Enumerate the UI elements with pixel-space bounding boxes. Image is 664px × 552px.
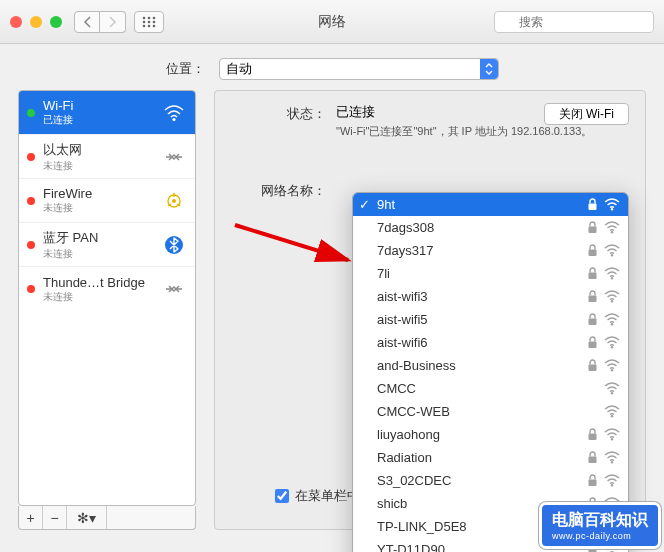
interface-list: Wi-Fi已连接以太网未连接FireWire未连接蓝牙 PAN未连接Thunde… <box>18 90 196 506</box>
network-option[interactable]: aist-wifi6 <box>353 331 628 354</box>
network-name: and-Business <box>377 358 456 373</box>
sidebar-item-firewire[interactable]: FireWire未连接 <box>19 179 195 223</box>
firewire-icon <box>161 191 187 211</box>
network-option[interactable]: ✓9ht <box>353 193 628 216</box>
svg-point-11 <box>172 117 175 120</box>
sidebar-item-title: 蓝牙 PAN <box>43 229 161 247</box>
svg-rect-27 <box>589 296 597 303</box>
svg-point-35 <box>611 392 613 394</box>
sidebar-item-ethernet[interactable]: 以太网未连接 <box>19 135 195 179</box>
network-dropdown[interactable]: ✓9ht7dags3087days3177liaist-wifi3aist-wi… <box>352 192 629 552</box>
wifi-signal-icon <box>604 474 620 487</box>
select-arrows-icon <box>480 59 498 79</box>
wifi-signal-icon <box>604 290 620 303</box>
svg-rect-33 <box>589 365 597 372</box>
network-name: YT-D11D90 <box>377 542 445 552</box>
network-option[interactable]: 7dags308 <box>353 216 628 239</box>
zoom-button[interactable] <box>50 16 62 28</box>
location-row: 位置： 自动 <box>0 44 664 90</box>
network-option[interactable]: CMCC-WEB <box>353 400 628 423</box>
menubar-checkbox[interactable] <box>275 489 289 503</box>
network-name: S3_02CDEC <box>377 473 451 488</box>
close-button[interactable] <box>10 16 22 28</box>
wifi-signal-icon <box>604 313 620 326</box>
network-option[interactable]: S3_02CDEC <box>353 469 628 492</box>
sidebar-item-thunderbolt[interactable]: Thunde…t Bridge未连接 <box>19 267 195 311</box>
network-option[interactable]: 7days317 <box>353 239 628 262</box>
sidebar-item-title: 以太网 <box>43 141 161 159</box>
network-name: aist-wifi3 <box>377 289 428 304</box>
svg-point-6 <box>143 24 146 27</box>
svg-point-26 <box>611 277 613 279</box>
svg-point-34 <box>611 369 613 371</box>
show-all-button[interactable] <box>134 11 164 33</box>
svg-rect-21 <box>589 227 597 234</box>
network-option[interactable]: and-Business <box>353 354 628 377</box>
network-option[interactable]: liuyaohong <box>353 423 628 446</box>
sidebar-item-bluetooth[interactable]: 蓝牙 PAN未连接 <box>19 223 195 267</box>
minimize-button[interactable] <box>30 16 42 28</box>
network-option[interactable]: aist-wifi3 <box>353 285 628 308</box>
watermark-url: www.pc-daily.com <box>552 531 648 541</box>
network-name: shicb <box>377 496 407 511</box>
sidebar-item-wifi[interactable]: Wi-Fi已连接 <box>19 91 195 135</box>
network-name: aist-wifi6 <box>377 335 428 350</box>
svg-point-2 <box>153 16 156 19</box>
status-dot <box>27 153 35 161</box>
svg-point-42 <box>611 484 613 486</box>
sidebar-item-sub: 未连接 <box>43 201 161 215</box>
svg-rect-19 <box>589 204 597 211</box>
network-option[interactable]: Radiation <box>353 446 628 469</box>
svg-point-24 <box>611 254 613 256</box>
bluetooth-icon <box>161 235 187 255</box>
lock-icon <box>587 313 598 326</box>
thunderbolt-icon <box>161 280 187 298</box>
search-input[interactable] <box>494 11 654 33</box>
wifi-signal-icon <box>604 221 620 234</box>
svg-point-20 <box>611 208 613 210</box>
sidebar-item-title: Thunde…t Bridge <box>43 275 161 290</box>
wifi-signal-icon <box>604 336 620 349</box>
gear-menu-button[interactable]: ✻▾ <box>67 506 107 529</box>
wifi-signal-icon <box>604 198 620 211</box>
svg-rect-23 <box>589 250 597 257</box>
status-label: 状态： <box>231 103 336 123</box>
svg-point-13 <box>172 199 176 203</box>
sidebar-toolbar: + − ✻▾ <box>18 506 196 530</box>
wifi-signal-icon <box>604 267 620 280</box>
network-name: liuyaohong <box>377 427 440 442</box>
wifi-icon <box>161 104 187 122</box>
wifi-signal-icon <box>604 451 620 464</box>
svg-point-3 <box>143 20 146 23</box>
network-option[interactable]: aist-wifi5 <box>353 308 628 331</box>
svg-point-30 <box>611 323 613 325</box>
svg-rect-25 <box>589 273 597 280</box>
svg-point-32 <box>611 346 613 348</box>
back-button[interactable] <box>74 11 100 33</box>
svg-point-0 <box>143 16 146 19</box>
network-name: CMCC <box>377 381 416 396</box>
lock-icon <box>587 221 598 234</box>
svg-point-28 <box>611 300 613 302</box>
network-name-label: 网络名称： <box>231 180 336 200</box>
status-dot <box>27 241 35 249</box>
svg-point-4 <box>148 20 151 23</box>
forward-button[interactable] <box>100 11 126 33</box>
turn-wifi-off-button[interactable]: 关闭 Wi-Fi <box>544 103 629 125</box>
network-option[interactable]: CMCC <box>353 377 628 400</box>
sidebar-item-sub: 未连接 <box>43 290 161 304</box>
sidebar-item-title: FireWire <box>43 186 161 201</box>
remove-interface-button[interactable]: − <box>43 506 67 529</box>
location-select[interactable]: 自动 <box>219 58 499 80</box>
network-name: 7dags308 <box>377 220 434 235</box>
wifi-signal-icon <box>604 405 620 418</box>
wifi-signal-icon <box>604 359 620 372</box>
lock-icon <box>587 198 598 211</box>
lock-icon <box>587 359 598 372</box>
network-name: 7days317 <box>377 243 433 258</box>
lock-icon <box>587 267 598 280</box>
network-option[interactable]: 7li <box>353 262 628 285</box>
svg-point-36 <box>611 415 613 417</box>
svg-point-7 <box>148 24 151 27</box>
add-interface-button[interactable]: + <box>19 506 43 529</box>
